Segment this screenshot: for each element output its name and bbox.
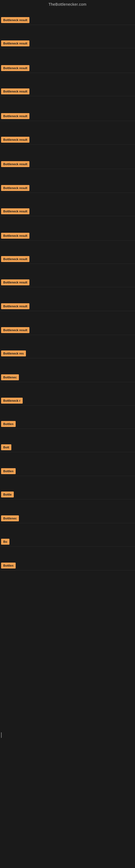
bottleneck-badge: Bottleneck result [1, 17, 30, 23]
list-item[interactable]: Bottlenec [0, 373, 135, 382]
list-item[interactable]: Bottleneck r [0, 396, 135, 405]
bottleneck-badge: Bottleneck result [1, 256, 30, 262]
list-item[interactable]: Bottleneck result [0, 183, 135, 193]
bottleneck-badge: Bottleneck result [1, 113, 30, 119]
bottleneck-badge: Bo [1, 539, 9, 545]
list-item[interactable]: Bottlen [0, 561, 135, 570]
bottleneck-badge: Bottlen [1, 468, 16, 474]
list-item[interactable]: Bottleneck result [0, 207, 135, 216]
list-item[interactable]: Bottleneck result [0, 135, 135, 145]
list-item[interactable]: Bottleneck result [0, 112, 135, 121]
bottleneck-badge: Bottleneck result [1, 88, 30, 94]
bottleneck-badge: Bottleneck result [1, 208, 30, 214]
list-item[interactable]: Bottleneck result [0, 326, 135, 335]
bottleneck-badge: Bottlenec [1, 374, 19, 380]
bottleneck-badge: Bottle [1, 492, 14, 497]
bottleneck-badge: Bottlenec [1, 516, 19, 521]
bottleneck-badge: Bottleneck result [1, 303, 30, 309]
bottleneck-badge: Bott [1, 444, 11, 450]
list-item[interactable]: Bottlen [0, 467, 135, 476]
bottleneck-badge: Bottleneck result [1, 327, 30, 333]
list-item[interactable]: Bottleneck result [0, 159, 135, 169]
list-item[interactable]: Bo [0, 537, 135, 547]
list-item[interactable]: Bottleneck result [0, 254, 135, 264]
bottleneck-badge: Bottlen [1, 421, 16, 427]
cursor-line [1, 733, 2, 738]
bottleneck-badge: Bottleneck result [1, 279, 30, 285]
list-item[interactable]: Bottlenec [0, 514, 135, 523]
bottleneck-badge: Bottleneck result [1, 40, 30, 46]
list-item[interactable]: Bottlen [0, 420, 135, 429]
list-item[interactable]: Bottleneck result [0, 39, 135, 48]
site-header: TheBottlenecker.com [0, 0, 135, 8]
list-item[interactable]: Bott [0, 443, 135, 452]
bottleneck-badge: Bottleneck result [1, 185, 30, 191]
bottleneck-badge: Bottleneck res [1, 350, 26, 356]
list-item[interactable]: Bottle [0, 490, 135, 499]
list-item[interactable]: Bottleneck result [0, 278, 135, 287]
list-item[interactable]: Bottleneck result [0, 87, 135, 96]
bottleneck-badge: Bottleneck result [1, 161, 30, 167]
list-item[interactable]: Bottleneck result [0, 302, 135, 311]
bottleneck-badge: Bottleneck r [1, 398, 23, 404]
bottleneck-badge: Bottleneck result [1, 137, 30, 143]
list-item[interactable]: Bottleneck res [0, 349, 135, 358]
list-item[interactable]: Bottleneck result [0, 63, 135, 73]
list-item[interactable]: Bottleneck result [0, 231, 135, 241]
list-item[interactable]: Bottleneck result [0, 16, 135, 25]
bottleneck-badge: Bottlen [1, 563, 16, 568]
bottleneck-badge: Bottleneck result [1, 233, 30, 239]
bottleneck-badge: Bottleneck result [1, 65, 30, 71]
